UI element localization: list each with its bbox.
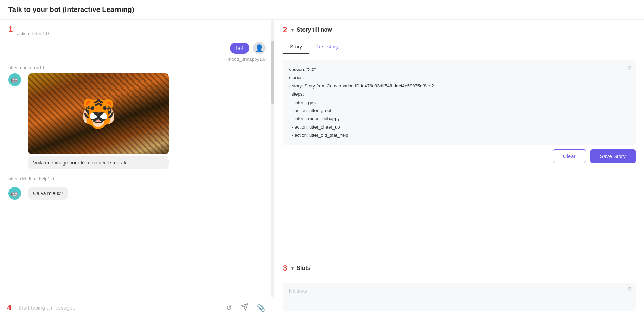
refresh-button[interactable]: ↺ xyxy=(225,302,234,313)
pin-button[interactable]: 📎 xyxy=(255,302,267,313)
send-button[interactable] xyxy=(239,301,250,314)
user-avatar: 👤 xyxy=(253,42,266,54)
tiger-emoji: 🐯 xyxy=(81,97,116,130)
step-1-label: 1 xyxy=(8,25,13,33)
bot-avatar-icon: 🤖 xyxy=(11,76,19,84)
copy-icon[interactable]: ⧉ xyxy=(628,63,632,73)
story-content-text: version: "2.0" stories: - story: Story f… xyxy=(289,65,629,139)
user-bubble: bof xyxy=(230,43,249,54)
slots-section-header[interactable]: 3 ▾ Slots xyxy=(274,258,644,278)
bot-reply-text: Ca va mieux? xyxy=(33,190,63,196)
story-content-box: ⧉ version: "2.0" stories: - story: Story… xyxy=(283,60,636,145)
action-listen-label: action_listen1.0 xyxy=(17,30,49,36)
user-avatar-icon: 👤 xyxy=(255,44,264,52)
story-chevron-icon: ▾ xyxy=(291,27,294,33)
slots-copy-icon[interactable]: ⧉ xyxy=(628,286,632,292)
bot-avatar-icon-2: 🤖 xyxy=(11,189,19,197)
bot-message-text: Voila une image pour te remonter le mora… xyxy=(33,160,129,166)
utter-cheer-up-label: utter_cheer_up1.0 xyxy=(8,65,46,70)
tab-story[interactable]: Story xyxy=(283,40,309,54)
tab-test-story[interactable]: Test story xyxy=(309,40,346,54)
step-3-label: 3 xyxy=(283,264,287,273)
no-slots-text: No slots xyxy=(289,288,307,294)
clear-button[interactable]: Clear xyxy=(553,149,586,163)
slots-content-box: ⧉ No slots xyxy=(283,283,636,311)
slots-chevron-icon: ▾ xyxy=(291,265,294,271)
step-4-label: 4 xyxy=(7,304,11,312)
slots-section-title: Slots xyxy=(297,265,310,271)
bot-avatar-2: 🤖 xyxy=(8,187,21,200)
story-tabs: Story Test story xyxy=(283,40,636,54)
tiger-image: 🐯 xyxy=(28,73,169,154)
bot-avatar: 🤖 xyxy=(8,73,21,86)
bot-text-bubble: Voila une image pour te remonter le mora… xyxy=(28,156,169,169)
utter-did-that-help-label: utter_did_that_help1.0 xyxy=(8,176,54,181)
page-title: Talk to your bot (Interactive Learning) xyxy=(8,6,134,13)
story-section-title: Story till now xyxy=(297,27,332,33)
mood-unhappy-label: mood_unhappy1.0 xyxy=(228,57,266,62)
save-story-button[interactable]: Save Story xyxy=(590,149,636,163)
step-2-label: 2 xyxy=(283,25,287,34)
story-section-header[interactable]: 2 ▾ Story till now xyxy=(274,20,644,40)
chat-input[interactable] xyxy=(18,305,219,311)
bot-reply-bubble: Ca va mieux? xyxy=(28,187,68,200)
